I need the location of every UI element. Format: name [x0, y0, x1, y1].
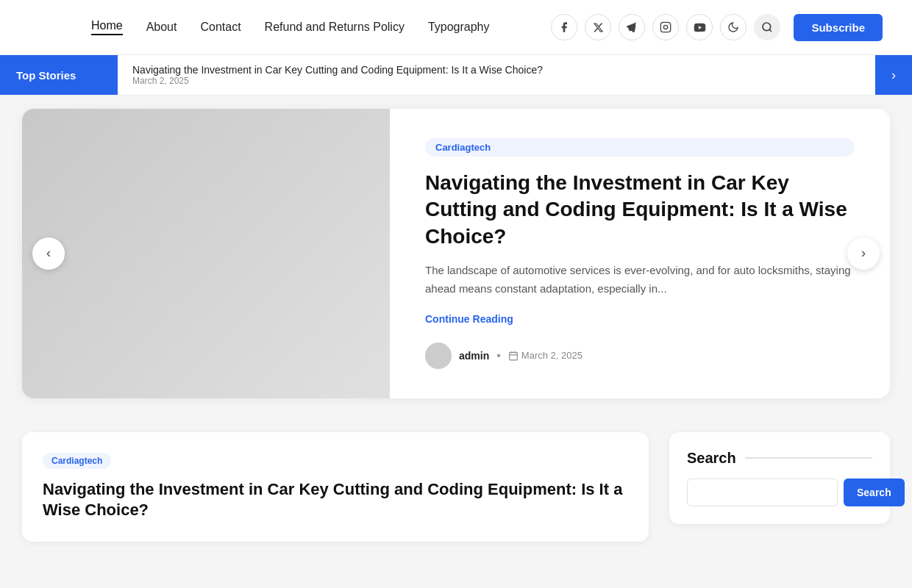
main-nav: Home About Contact Refund and Returns Po… — [91, 19, 490, 35]
nav-about[interactable]: About — [146, 21, 177, 34]
hero-date-text: March 2, 2025 — [521, 350, 583, 361]
hero-excerpt: The landscape of automotive services is … — [425, 262, 855, 298]
search-toggle-button[interactable] — [754, 14, 780, 40]
hero-meta: admin • March 2, 2025 — [425, 343, 855, 369]
hero-section: ‹ Cardiagtech Navigating the Investment … — [22, 109, 890, 398]
hero-category-badge[interactable]: Cardiagtech — [425, 138, 855, 157]
svg-rect-5 — [510, 352, 518, 360]
dark-mode-toggle[interactable] — [720, 14, 747, 40]
article-category-badge[interactable]: Cardiagtech — [43, 453, 111, 469]
hero-content: Cardiagtech Navigating the Investment in… — [390, 109, 890, 398]
svg-point-2 — [669, 24, 669, 25]
hero-image-placeholder — [22, 109, 390, 398]
hero-continue-reading[interactable]: Continue Reading — [425, 313, 855, 325]
search-row: Search — [687, 478, 872, 506]
hero-avatar — [425, 343, 452, 369]
twitter-x-icon[interactable] — [585, 14, 611, 40]
facebook-icon[interactable] — [551, 14, 577, 40]
site-header: Home About Contact Refund and Returns Po… — [0, 0, 912, 55]
hero-date: March 2, 2025 — [508, 350, 583, 361]
svg-rect-0 — [661, 22, 671, 32]
hero-image — [22, 109, 390, 398]
search-input[interactable] — [687, 478, 838, 506]
hero-title: Navigating the Investment in Car Key Cut… — [425, 170, 855, 250]
ticker-bar: Top Stories Navigating the Investment in… — [0, 55, 912, 96]
nav-refund[interactable]: Refund and Returns Policy — [265, 21, 405, 34]
ticker-label: Top Stories — [0, 55, 118, 95]
hero-prev-button[interactable]: ‹ — [32, 237, 65, 270]
youtube-icon[interactable] — [686, 14, 713, 40]
ticker-content: Navigating the Investment in Car Key Cut… — [118, 64, 875, 86]
ticker-item-1: Navigating the Investment in Car Key Cut… — [132, 64, 861, 76]
svg-point-1 — [664, 25, 668, 29]
hero-author: admin — [459, 350, 489, 362]
svg-point-4 — [763, 23, 771, 31]
article-card: Cardiagtech Navigating the Investment in… — [22, 432, 649, 542]
search-widget-title: Search — [687, 450, 872, 467]
instagram-icon[interactable] — [652, 14, 679, 40]
ticker-date-1: March 2, 2025 — [132, 76, 861, 86]
nav-home[interactable]: Home — [91, 19, 123, 35]
telegram-icon[interactable] — [619, 14, 645, 40]
nav-typography[interactable]: Typography — [428, 21, 490, 34]
search-submit-button[interactable]: Search — [844, 478, 905, 506]
subscribe-button[interactable]: Subscribe — [794, 14, 883, 41]
header-actions: Subscribe — [551, 14, 883, 41]
articles-column: Cardiagtech Navigating the Investment in… — [22, 432, 649, 542]
hero-separator: • — [496, 349, 501, 362]
ticker-next-button[interactable]: › — [875, 55, 912, 95]
nav-contact[interactable]: Contact — [200, 21, 241, 34]
article-title: Navigating the Investment in Car Key Cut… — [43, 479, 628, 521]
search-widget: Search Search — [669, 432, 890, 524]
sidebar-column: Search Search — [669, 432, 890, 542]
hero-next-button[interactable]: › — [847, 237, 880, 270]
main-content: Cardiagtech Navigating the Investment in… — [0, 412, 912, 562]
